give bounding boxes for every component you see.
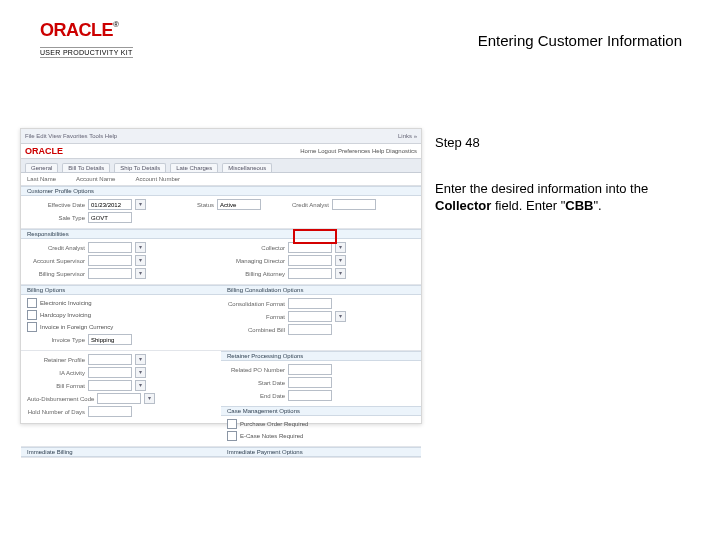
checkbox-ecase-required[interactable]: E-Case Notes Required bbox=[227, 431, 303, 441]
input-start-date[interactable] bbox=[288, 377, 332, 388]
input-bill-format[interactable] bbox=[88, 380, 132, 391]
input-ia-activity[interactable] bbox=[88, 367, 132, 378]
app-brand: ORACLE bbox=[25, 146, 63, 156]
field-billing-attorney: Billing Attorney▾ bbox=[227, 268, 346, 279]
section-title-consolidation: Billing Consolidation Options bbox=[221, 285, 421, 295]
input-status[interactable] bbox=[217, 199, 261, 210]
input-account-supervisor[interactable] bbox=[88, 255, 132, 266]
field-managing-director: Managing Director▾ bbox=[227, 255, 346, 266]
checkbox-foreign-currency[interactable]: Invoice in Foreign Currency bbox=[27, 322, 113, 332]
field-account-supervisor: Account Supervisor▾ bbox=[27, 255, 146, 266]
label-billing-supervisor: Billing Supervisor bbox=[27, 271, 85, 277]
input-retainer-profile[interactable] bbox=[88, 354, 132, 365]
lov-icon[interactable]: ▾ bbox=[135, 255, 146, 266]
instr-seg-2: field. Enter " bbox=[491, 198, 565, 213]
label-ecase-required: E-Case Notes Required bbox=[240, 433, 303, 439]
section-title-profile: Customer Profile Options bbox=[21, 186, 421, 196]
input-billing-attorney[interactable] bbox=[288, 268, 332, 279]
lov-icon[interactable]: ▾ bbox=[335, 311, 346, 322]
label-invoice-type: Invoice Type bbox=[27, 337, 85, 343]
field-consolidation: Consolidation Format bbox=[227, 298, 332, 309]
lov-icon[interactable]: ▾ bbox=[335, 255, 346, 266]
search-last-name: Last Name bbox=[27, 176, 56, 182]
menubar-right: Links » bbox=[398, 133, 417, 139]
app-screenshot: File Edit View Favorites Tools Help Link… bbox=[20, 128, 422, 424]
instr-seg-1: Enter the desired information into the bbox=[435, 181, 648, 196]
label-auto-disb: Auto-Disbursement Code bbox=[27, 396, 94, 402]
field-billing-supervisor: Billing Supervisor▾ bbox=[27, 268, 146, 279]
label-related-po: Related PO Number bbox=[227, 367, 285, 373]
tab-misc[interactable]: Miscellaneous bbox=[222, 163, 272, 172]
input-billing-supervisor[interactable] bbox=[88, 268, 132, 279]
app-brandrow: ORACLE Home Logout Preferences Help Diag… bbox=[21, 144, 421, 159]
lov-icon[interactable]: ▾ bbox=[135, 367, 146, 378]
checkbox-po-required[interactable]: Purchase Order Required bbox=[227, 419, 308, 429]
label-end-date: End Date bbox=[227, 393, 285, 399]
input-invoice-type[interactable] bbox=[88, 334, 132, 345]
input-effective-date[interactable] bbox=[88, 199, 132, 210]
brand-tm: ® bbox=[113, 20, 119, 29]
section-billing: Billing Options Electronic Invoicing Har… bbox=[21, 285, 421, 351]
label-format: Format bbox=[227, 314, 285, 320]
tab-shipto[interactable]: Ship To Details bbox=[114, 163, 166, 172]
instruction-text: Enter the desired information into the C… bbox=[435, 180, 692, 215]
lov-icon[interactable]: ▾ bbox=[135, 268, 146, 279]
lov-icon[interactable]: ▾ bbox=[135, 380, 146, 391]
label-combined: Combined Bill bbox=[227, 327, 285, 333]
lov-icon[interactable]: ▾ bbox=[135, 354, 146, 365]
page-title: Entering Customer Information bbox=[478, 32, 682, 49]
field-status: Status bbox=[156, 199, 261, 210]
field-auto-disb: Auto-Disbursement Code▾ bbox=[27, 393, 155, 404]
field-related-po: Related PO Number bbox=[227, 364, 332, 375]
field-sale-type: Sale Type bbox=[27, 212, 132, 223]
lov-icon[interactable]: ▾ bbox=[135, 242, 146, 253]
lov-icon[interactable]: ▾ bbox=[335, 242, 346, 253]
menubar-left: File Edit View Favorites Tools Help bbox=[25, 133, 117, 139]
label-foreign-currency: Invoice in Foreign Currency bbox=[40, 324, 113, 330]
input-credit-analyst-top[interactable] bbox=[332, 199, 376, 210]
input-credit-analyst[interactable] bbox=[88, 242, 132, 253]
input-format[interactable] bbox=[288, 311, 332, 322]
label-bill-format: Bill Format bbox=[27, 383, 85, 389]
field-ia-activity: IA Activity▾ bbox=[27, 367, 146, 378]
tab-late[interactable]: Late Charges bbox=[170, 163, 218, 172]
input-combined[interactable] bbox=[288, 324, 332, 335]
lov-icon[interactable]: ▾ bbox=[135, 199, 146, 210]
field-credit-analyst: Credit Analyst▾ bbox=[27, 242, 146, 253]
input-auto-disb[interactable] bbox=[97, 393, 141, 404]
label-po-required: Purchase Order Required bbox=[240, 421, 308, 427]
checkbox-electronic-invoicing[interactable]: Electronic Invoicing bbox=[27, 298, 92, 308]
label-retainer-profile: Retainer Profile bbox=[27, 357, 85, 363]
lov-icon[interactable]: ▾ bbox=[144, 393, 155, 404]
label-ia-activity: IA Activity bbox=[27, 370, 85, 376]
input-collector[interactable] bbox=[288, 242, 332, 253]
input-end-date[interactable] bbox=[288, 390, 332, 401]
lov-icon[interactable]: ▾ bbox=[335, 268, 346, 279]
field-format: Format▾ bbox=[227, 311, 346, 322]
field-combined: Combined Bill bbox=[227, 324, 332, 335]
label-effective-date: Effective Date bbox=[27, 202, 85, 208]
section-retainer: Retainer Profile▾ IA Activity▾ Bill Form… bbox=[21, 351, 421, 447]
field-collector: Collector▾ bbox=[227, 242, 346, 253]
app-searchrow: Last Name Account Name Account Number bbox=[21, 173, 421, 186]
input-hold-days[interactable] bbox=[88, 406, 132, 417]
tab-billto[interactable]: Bill To Details bbox=[62, 163, 110, 172]
app-tabs: General Bill To Details Ship To Details … bbox=[21, 159, 421, 173]
app-header-links: Home Logout Preferences Help Diagnostics bbox=[300, 148, 417, 154]
label-managing-director: Managing Director bbox=[227, 258, 285, 264]
input-managing-director[interactable] bbox=[288, 255, 332, 266]
label-account-supervisor: Account Supervisor bbox=[27, 258, 85, 264]
field-invoice-type: Invoice Type bbox=[27, 334, 132, 345]
checkbox-hardcopy-invoicing[interactable]: Hardcopy Invoicing bbox=[27, 310, 91, 320]
input-consolidation[interactable] bbox=[288, 298, 332, 309]
tab-general[interactable]: General bbox=[25, 163, 58, 172]
page-header: ORACLE® USER PRODUCTIVITY KIT Entering C… bbox=[0, 10, 720, 62]
label-credit-analyst-top: Credit Analyst bbox=[271, 202, 329, 208]
label-consolidation: Consolidation Format bbox=[227, 301, 285, 307]
input-related-po[interactable] bbox=[288, 364, 332, 375]
brand-name: ORACLE bbox=[40, 20, 113, 40]
label-status: Status bbox=[156, 202, 214, 208]
section-title-billing-opts: Billing Options bbox=[21, 285, 221, 295]
input-sale-type[interactable] bbox=[88, 212, 132, 223]
step-label: Step 48 bbox=[435, 134, 692, 152]
